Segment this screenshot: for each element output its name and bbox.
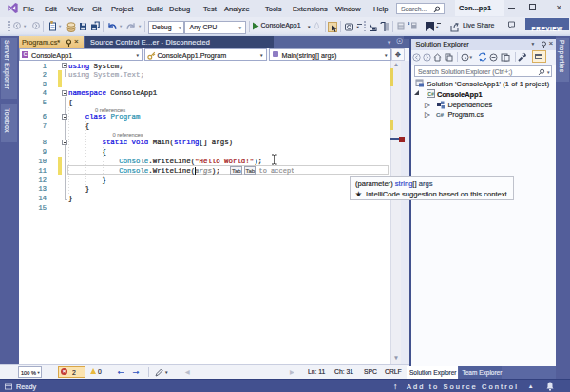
svg-text:C#: C# — [428, 91, 434, 97]
svg-text:²: ² — [408, 21, 410, 28]
